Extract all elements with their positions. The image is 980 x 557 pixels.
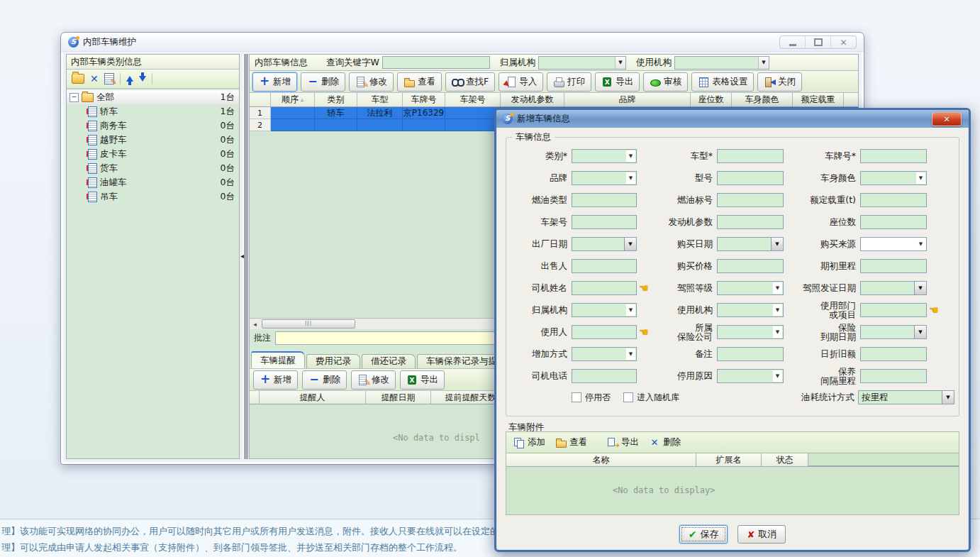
tree-item[interactable]: 货车 0台 — [67, 161, 239, 175]
text-input[interactable] — [717, 193, 784, 207]
expander-icon[interactable]: − — [69, 93, 79, 102]
detail-tab[interactable]: 借还记录 — [362, 354, 416, 368]
combo-box[interactable] — [860, 171, 927, 185]
search-input[interactable] — [382, 56, 490, 69]
picker-hand-icon[interactable] — [929, 305, 938, 315]
toolbar-button[interactable]: 查找F — [445, 72, 495, 92]
scrollbar-thumb[interactable]: III — [262, 319, 355, 329]
combo-box[interactable] — [717, 369, 784, 383]
dialog-close-button[interactable]: ✕ — [932, 112, 962, 126]
toolbar-button[interactable]: 修改 — [351, 370, 396, 390]
grid-column-header[interactable]: 品牌 — [564, 93, 691, 106]
new-category-icon[interactable] — [72, 74, 84, 84]
picker-hand-icon[interactable] — [639, 327, 648, 337]
fuel-stat-combo[interactable]: 按里程 — [858, 390, 954, 404]
toolbar-button[interactable]: 打印 — [547, 72, 591, 92]
attachment-tool[interactable]: 导出 — [607, 436, 639, 448]
date-combo[interactable] — [860, 281, 927, 295]
close-button[interactable] — [830, 36, 856, 48]
dialog-titlebar[interactable]: 新增车辆信息 — [496, 110, 969, 128]
move-up-icon[interactable] — [126, 76, 133, 82]
toolbar-button[interactable]: 删除 — [301, 72, 345, 92]
toolbar-button[interactable]: 查看 — [397, 72, 442, 92]
combo-box[interactable] — [717, 303, 784, 317]
grid-column-header[interactable]: 额定载重 — [793, 93, 844, 106]
toolbar-button[interactable]: 表格设置 — [691, 72, 754, 92]
tree-item[interactable]: − 全部 1台 — [67, 90, 239, 104]
text-input[interactable] — [717, 259, 784, 273]
picker-hand-icon[interactable] — [639, 283, 648, 293]
text-input[interactable] — [717, 149, 784, 163]
grid-column-header[interactable]: 车身颜色 — [732, 93, 793, 106]
text-input[interactable] — [860, 303, 927, 317]
toolbar-button[interactable]: 新增 — [252, 72, 297, 92]
toolbar-button[interactable]: 关闭 — [757, 72, 802, 92]
grid-column-header[interactable]: 车型 — [357, 93, 403, 106]
edit-category-icon[interactable] — [104, 73, 114, 84]
text-input[interactable] — [572, 369, 637, 383]
text-input[interactable] — [860, 149, 927, 163]
move-down-icon[interactable] — [139, 76, 146, 82]
owner-org-combo[interactable] — [538, 56, 626, 70]
combo-box[interactable] — [572, 149, 637, 163]
toolbar-button[interactable]: 新增 — [253, 370, 298, 390]
maximize-button[interactable] — [805, 36, 830, 48]
text-input[interactable] — [717, 215, 784, 229]
grid-column-header[interactable]: 状态 — [762, 453, 808, 466]
combo-box[interactable] — [860, 237, 927, 251]
random-store-checkbox[interactable] — [623, 392, 633, 402]
combo-box[interactable] — [572, 303, 637, 317]
grid-column-header[interactable]: 扩展名 — [696, 453, 762, 466]
toolbar-button[interactable]: 审核 — [643, 72, 688, 92]
grid-column-header[interactable]: 发动机参数 — [501, 93, 564, 106]
date-combo[interactable] — [572, 237, 637, 251]
grid-column-header[interactable]: 类别 — [315, 93, 357, 106]
text-input[interactable] — [860, 347, 927, 361]
cancel-button[interactable]: 取消 — [737, 525, 786, 544]
date-combo[interactable] — [860, 325, 927, 339]
grid-column-header[interactable]: 车牌号 — [403, 93, 445, 106]
combo-box[interactable] — [717, 325, 784, 339]
save-button[interactable]: 保存 — [679, 525, 728, 544]
text-input[interactable] — [860, 369, 927, 383]
tree-item[interactable]: 吊车 0台 — [67, 189, 239, 204]
minimize-button[interactable] — [780, 36, 805, 48]
text-input[interactable] — [717, 171, 784, 185]
tree-item[interactable]: 皮卡车 0台 — [67, 147, 239, 161]
detail-tab[interactable]: 费用记录 — [306, 354, 360, 368]
combo-box[interactable] — [717, 281, 784, 295]
grid-column-header[interactable]: 提醒人 — [260, 391, 366, 404]
disabled-checkbox-wrap[interactable]: 停用否 — [572, 392, 611, 404]
text-input[interactable] — [572, 259, 637, 273]
attachment-tool[interactable]: 查看 — [555, 436, 587, 448]
date-combo[interactable] — [717, 237, 784, 251]
text-input[interactable] — [572, 193, 637, 207]
panel-splitter[interactable] — [240, 54, 248, 459]
text-input[interactable] — [572, 325, 637, 339]
use-org-combo[interactable] — [674, 56, 769, 70]
toolbar-button[interactable]: 导出 — [595, 72, 640, 92]
grid-column-header[interactable]: 座位数 — [691, 93, 732, 106]
grid-column-header[interactable]: 顺序▵ — [271, 93, 315, 106]
grid-column-header[interactable]: 车架号 — [445, 93, 501, 106]
grid-column-header[interactable]: 提醒日期 — [366, 391, 431, 404]
text-input[interactable] — [572, 215, 637, 229]
toolbar-button[interactable]: 导出 — [400, 370, 445, 390]
toolbar-button[interactable]: 修改 — [349, 72, 394, 92]
random-store-checkbox-wrap[interactable]: 进入随机库 — [623, 392, 679, 404]
tree-item[interactable]: 商务车 0台 — [67, 118, 239, 133]
detail-tab[interactable]: 车辆提醒 — [251, 351, 305, 368]
delete-category-icon[interactable]: ✕ — [90, 74, 99, 84]
tree-item[interactable]: 油罐车 0台 — [67, 175, 239, 189]
combo-box[interactable] — [572, 171, 637, 185]
text-input[interactable] — [717, 347, 784, 361]
text-input[interactable] — [860, 193, 927, 207]
toolbar-button[interactable]: 导入 — [499, 72, 543, 92]
toolbar-button[interactable]: 删除 — [302, 370, 347, 390]
tree-item[interactable]: 轿车 1台 — [67, 104, 239, 118]
attachment-tool[interactable]: 添加 — [513, 436, 545, 448]
attachment-tool[interactable]: 删除 — [649, 436, 681, 448]
text-input[interactable] — [860, 259, 927, 273]
grid-column-header[interactable]: 名称 — [506, 453, 696, 466]
tree-item[interactable]: 越野车 0台 — [67, 133, 239, 147]
